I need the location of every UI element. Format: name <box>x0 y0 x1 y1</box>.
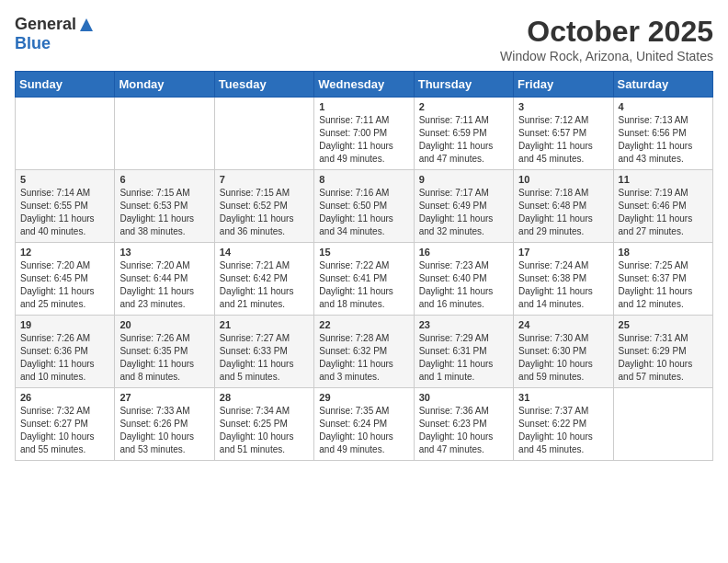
day-info-20: Sunrise: 7:26 AM Sunset: 6:35 PM Dayligh… <box>119 332 209 384</box>
day-cell-29: 29Sunrise: 7:35 AM Sunset: 6:24 PM Dayli… <box>314 388 414 461</box>
day-info-21: Sunrise: 7:27 AM Sunset: 6:33 PM Dayligh… <box>220 332 309 384</box>
week-row-5: 26Sunrise: 7:32 AM Sunset: 6:27 PM Dayli… <box>16 388 713 461</box>
day-cell-3: 3Sunrise: 7:12 AM Sunset: 6:57 PM Daylig… <box>514 98 613 170</box>
day-info-28: Sunrise: 7:34 AM Sunset: 6:25 PM Dayligh… <box>220 405 309 456</box>
day-info-22: Sunrise: 7:28 AM Sunset: 6:32 PM Dayligh… <box>319 332 408 384</box>
day-number-28: 28 <box>220 392 309 403</box>
day-cell-24: 24Sunrise: 7:30 AM Sunset: 6:30 PM Dayli… <box>514 316 613 388</box>
week-row-4: 19Sunrise: 7:26 AM Sunset: 6:36 PM Dayli… <box>16 316 713 388</box>
day-info-16: Sunrise: 7:23 AM Sunset: 6:40 PM Dayligh… <box>419 259 508 311</box>
day-cell-15: 15Sunrise: 7:22 AM Sunset: 6:41 PM Dayli… <box>314 243 414 316</box>
day-info-13: Sunrise: 7:20 AM Sunset: 6:44 PM Dayligh… <box>119 259 209 311</box>
calendar-header: SundayMondayTuesdayWednesdayThursdayFrid… <box>16 72 713 98</box>
day-cell-19: 19Sunrise: 7:26 AM Sunset: 6:36 PM Dayli… <box>16 316 115 388</box>
weekday-header-tuesday: Tuesday <box>214 72 313 98</box>
day-info-8: Sunrise: 7:16 AM Sunset: 6:50 PM Dayligh… <box>319 187 408 238</box>
day-number-21: 21 <box>220 319 309 330</box>
day-cell-5: 5Sunrise: 7:14 AM Sunset: 6:55 PM Daylig… <box>16 170 115 243</box>
weekday-header-sunday: Sunday <box>16 72 115 98</box>
weekday-header-saturday: Saturday <box>613 72 712 98</box>
day-cell-22: 22Sunrise: 7:28 AM Sunset: 6:32 PM Dayli… <box>314 316 414 388</box>
logo-icon <box>78 17 95 33</box>
day-number-8: 8 <box>319 174 408 185</box>
week-row-2: 5Sunrise: 7:14 AM Sunset: 6:55 PM Daylig… <box>16 170 713 243</box>
weekday-header-friday: Friday <box>514 72 613 98</box>
day-number-13: 13 <box>119 247 209 258</box>
weekday-row: SundayMondayTuesdayWednesdayThursdayFrid… <box>16 72 713 98</box>
day-info-10: Sunrise: 7:18 AM Sunset: 6:48 PM Dayligh… <box>518 187 608 238</box>
day-info-3: Sunrise: 7:12 AM Sunset: 6:57 PM Dayligh… <box>518 114 608 166</box>
day-number-18: 18 <box>619 247 708 258</box>
page-header: General Blue October 2025 Window Rock, A… <box>15 15 713 63</box>
day-number-11: 11 <box>619 174 708 185</box>
weekday-header-thursday: Thursday <box>414 72 513 98</box>
day-info-27: Sunrise: 7:33 AM Sunset: 6:26 PM Dayligh… <box>119 405 209 456</box>
day-info-2: Sunrise: 7:11 AM Sunset: 6:59 PM Dayligh… <box>419 114 508 166</box>
day-number-29: 29 <box>319 392 408 403</box>
location-text: Window Rock, Arizona, United States <box>500 49 713 63</box>
day-number-19: 19 <box>20 319 109 330</box>
logo-general-text: General <box>15 15 76 34</box>
day-cell-31: 31Sunrise: 7:37 AM Sunset: 6:22 PM Dayli… <box>514 388 613 461</box>
week-row-1: 1Sunrise: 7:11 AM Sunset: 7:00 PM Daylig… <box>16 98 713 170</box>
day-info-23: Sunrise: 7:29 AM Sunset: 6:31 PM Dayligh… <box>419 332 508 384</box>
day-number-4: 4 <box>619 101 708 112</box>
day-info-18: Sunrise: 7:25 AM Sunset: 6:37 PM Dayligh… <box>619 259 708 311</box>
day-info-26: Sunrise: 7:32 AM Sunset: 6:27 PM Dayligh… <box>20 405 109 456</box>
day-cell-6: 6Sunrise: 7:15 AM Sunset: 6:53 PM Daylig… <box>115 170 214 243</box>
day-number-31: 31 <box>518 392 608 403</box>
day-cell-17: 17Sunrise: 7:24 AM Sunset: 6:38 PM Dayli… <box>514 243 613 316</box>
day-number-17: 17 <box>518 247 608 258</box>
day-number-1: 1 <box>319 101 408 112</box>
day-number-30: 30 <box>419 392 508 403</box>
logo-blue-text: Blue <box>15 34 51 52</box>
day-number-14: 14 <box>220 247 309 258</box>
day-info-14: Sunrise: 7:21 AM Sunset: 6:42 PM Dayligh… <box>220 259 309 311</box>
day-cell-11: 11Sunrise: 7:19 AM Sunset: 6:46 PM Dayli… <box>613 170 712 243</box>
day-cell-18: 18Sunrise: 7:25 AM Sunset: 6:37 PM Dayli… <box>613 243 712 316</box>
day-cell-26: 26Sunrise: 7:32 AM Sunset: 6:27 PM Dayli… <box>16 388 115 461</box>
day-cell-27: 27Sunrise: 7:33 AM Sunset: 6:26 PM Dayli… <box>115 388 214 461</box>
day-cell-30: 30Sunrise: 7:36 AM Sunset: 6:23 PM Dayli… <box>414 388 513 461</box>
day-info-7: Sunrise: 7:15 AM Sunset: 6:52 PM Dayligh… <box>220 187 309 238</box>
day-cell-25: 25Sunrise: 7:31 AM Sunset: 6:29 PM Dayli… <box>613 316 712 388</box>
day-number-24: 24 <box>518 319 608 330</box>
day-cell-20: 20Sunrise: 7:26 AM Sunset: 6:35 PM Dayli… <box>115 316 214 388</box>
logo: General Blue <box>15 15 95 53</box>
day-info-31: Sunrise: 7:37 AM Sunset: 6:22 PM Dayligh… <box>518 405 608 456</box>
title-block: October 2025 Window Rock, Arizona, Unite… <box>500 15 713 63</box>
day-info-24: Sunrise: 7:30 AM Sunset: 6:30 PM Dayligh… <box>518 332 608 384</box>
day-info-12: Sunrise: 7:20 AM Sunset: 6:45 PM Dayligh… <box>20 259 109 311</box>
day-cell-28: 28Sunrise: 7:34 AM Sunset: 6:25 PM Dayli… <box>214 388 313 461</box>
day-cell-8: 8Sunrise: 7:16 AM Sunset: 6:50 PM Daylig… <box>314 170 414 243</box>
empty-cell <box>613 388 712 461</box>
day-number-15: 15 <box>319 247 408 258</box>
day-info-4: Sunrise: 7:13 AM Sunset: 6:56 PM Dayligh… <box>619 114 708 166</box>
day-cell-23: 23Sunrise: 7:29 AM Sunset: 6:31 PM Dayli… <box>414 316 513 388</box>
day-number-22: 22 <box>319 319 408 330</box>
day-number-7: 7 <box>220 174 309 185</box>
day-number-5: 5 <box>20 174 109 185</box>
day-cell-14: 14Sunrise: 7:21 AM Sunset: 6:42 PM Dayli… <box>214 243 313 316</box>
day-number-10: 10 <box>518 174 608 185</box>
weekday-header-wednesday: Wednesday <box>314 72 414 98</box>
day-cell-21: 21Sunrise: 7:27 AM Sunset: 6:33 PM Dayli… <box>214 316 313 388</box>
day-info-1: Sunrise: 7:11 AM Sunset: 7:00 PM Dayligh… <box>319 114 408 166</box>
day-cell-12: 12Sunrise: 7:20 AM Sunset: 6:45 PM Dayli… <box>16 243 115 316</box>
day-info-30: Sunrise: 7:36 AM Sunset: 6:23 PM Dayligh… <box>419 405 508 456</box>
month-title: October 2025 <box>500 15 713 49</box>
empty-cell <box>16 98 115 170</box>
empty-cell <box>115 98 214 170</box>
day-number-27: 27 <box>119 392 209 403</box>
day-cell-9: 9Sunrise: 7:17 AM Sunset: 6:49 PM Daylig… <box>414 170 513 243</box>
day-cell-16: 16Sunrise: 7:23 AM Sunset: 6:40 PM Dayli… <box>414 243 513 316</box>
day-info-19: Sunrise: 7:26 AM Sunset: 6:36 PM Dayligh… <box>20 332 109 384</box>
calendar-table: SundayMondayTuesdayWednesdayThursdayFrid… <box>15 71 713 461</box>
day-info-5: Sunrise: 7:14 AM Sunset: 6:55 PM Dayligh… <box>20 187 109 238</box>
day-info-9: Sunrise: 7:17 AM Sunset: 6:49 PM Dayligh… <box>419 187 508 238</box>
day-cell-13: 13Sunrise: 7:20 AM Sunset: 6:44 PM Dayli… <box>115 243 214 316</box>
day-cell-4: 4Sunrise: 7:13 AM Sunset: 6:56 PM Daylig… <box>613 98 712 170</box>
day-number-26: 26 <box>20 392 109 403</box>
day-number-9: 9 <box>419 174 508 185</box>
day-cell-1: 1Sunrise: 7:11 AM Sunset: 7:00 PM Daylig… <box>314 98 414 170</box>
